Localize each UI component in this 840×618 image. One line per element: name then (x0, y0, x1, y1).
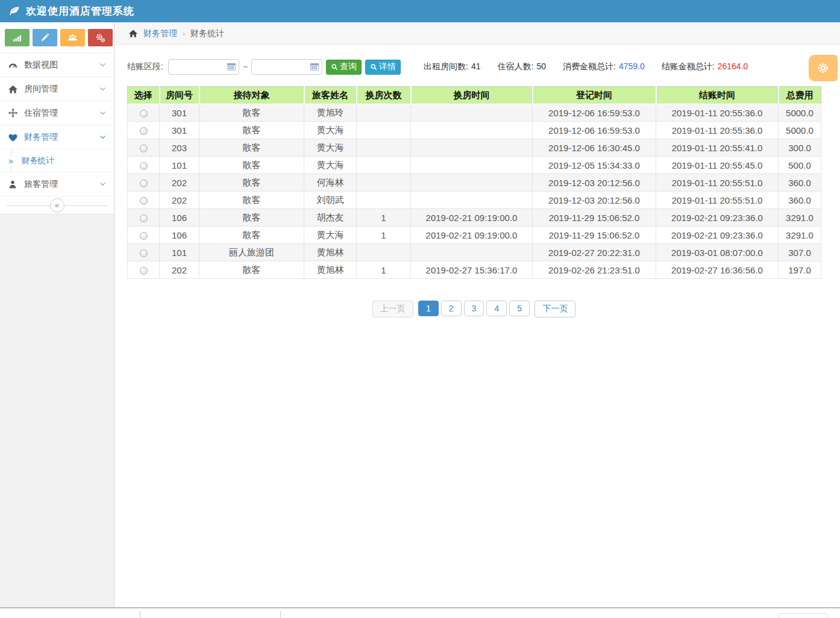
quick-settings-button[interactable] (88, 29, 113, 46)
leaf-icon (8, 5, 20, 17)
gears-icon (95, 33, 105, 43)
magnifier-icon (331, 63, 339, 71)
page-button-5[interactable]: 5 (509, 301, 530, 316)
settings-gear-button[interactable] (809, 55, 838, 81)
sidebar-item-room-management[interactable]: 房间管理 (0, 76, 114, 101)
search-button-label: 查询 (340, 61, 357, 72)
sidebar-item-data-view[interactable]: 数据视图 (0, 52, 114, 76)
quick-users-button[interactable] (60, 29, 85, 46)
sidebar-collapse-toggle[interactable]: « (0, 196, 114, 214)
table-cell: 丽人旅游团 (199, 244, 304, 261)
page-buttons: 12345 (417, 303, 531, 313)
table-cell: 黄大海 (304, 122, 357, 139)
breadcrumb: 财务管理 › 财务统计 (115, 22, 840, 45)
sidebar: 数据视图 房间管理 住宿管理 财务 (0, 22, 114, 607)
table-cell: 5000.0 (779, 104, 821, 122)
users-icon (67, 33, 78, 42)
sidebar-item-label: 财务管理 (24, 132, 99, 143)
table-row: 202散客刘朝武2019-12-03 20:12:56.02019-01-11 … (128, 192, 821, 209)
sidebar-subitem-finance-statistics[interactable]: » 财务统计 (0, 149, 114, 172)
table-cell: 1 (357, 226, 411, 244)
select-cell (128, 174, 160, 192)
table-cell: 307.0 (779, 244, 821, 261)
table-row: 203散客黄大海2019-12-06 16:30:45.02019-01-11 … (128, 139, 821, 157)
table-cell: 202 (160, 261, 199, 279)
sidebar-item-guest-management[interactable]: 旅客管理 (0, 172, 114, 196)
double-arrow-icon: » (8, 156, 13, 166)
page-button-3[interactable]: 3 (464, 301, 484, 316)
row-select-radio[interactable] (140, 197, 148, 205)
top-navbar: 欢迎使用酒店管理系统 (0, 0, 840, 22)
stats-bar: 出租房间数:41 住宿人数:50 消费金额总计:4759.0 结账金额总计:26… (424, 61, 748, 72)
stat-rented-rooms: 出租房间数:41 (424, 61, 480, 72)
table-cell: 2019-01-11 20:55:51.0 (656, 174, 779, 192)
row-select-radio[interactable] (140, 267, 148, 275)
move-icon (7, 108, 18, 118)
page-button-2[interactable]: 2 (441, 301, 462, 316)
table-cell: 刘朝武 (304, 192, 357, 209)
magnifier-icon (370, 63, 378, 71)
sidebar-item-label: 房间管理 (24, 84, 99, 95)
search-button[interactable]: 查询 (326, 60, 362, 75)
table-cell: 2019-01-11 20:55:36.0 (656, 104, 779, 122)
page-button-1[interactable]: 1 (418, 301, 439, 316)
quick-edit-button[interactable] (33, 29, 57, 46)
table-cell: 散客 (199, 157, 304, 174)
footer-strip (0, 607, 840, 618)
table-cell: 3291.0 (779, 226, 821, 244)
footer-divider (140, 611, 140, 618)
detail-button[interactable]: 详情 (365, 60, 401, 75)
column-header: 房间号 (160, 87, 199, 104)
table-cell: 黄大海 (304, 157, 357, 174)
table-cell: 301 (160, 122, 199, 139)
table-head: 选择房间号接待对象旅客姓名换房次数换房时间登记时间结账时间总费用 (128, 87, 821, 104)
table-body: 301散客黄旭玲2019-12-06 16:59:53.02019-01-11 … (128, 104, 821, 279)
pagination: 上一页 12345 下一页 (127, 301, 821, 317)
table-cell (411, 104, 533, 122)
user-icon (7, 179, 18, 189)
table-cell: 散客 (199, 261, 304, 279)
row-select-radio[interactable] (140, 127, 148, 135)
table-cell: 2019-12-05 15:34:33.0 (533, 157, 656, 174)
calendar-icon[interactable] (310, 62, 319, 71)
next-page-button[interactable]: 下一页 (534, 301, 575, 317)
table-cell: 2019-01-11 20:55:36.0 (656, 122, 779, 139)
stat-settlement-total: 结账金额总计:26164.0 (662, 61, 748, 72)
sidebar-item-label: 数据视图 (24, 60, 99, 70)
page-button-4[interactable]: 4 (486, 301, 507, 316)
row-select-radio[interactable] (140, 162, 148, 170)
table-cell: 2019-12-03 20:12:56.0 (533, 174, 656, 192)
column-header: 选择 (128, 87, 160, 104)
row-select-radio[interactable] (140, 179, 148, 187)
prev-page-button[interactable]: 上一页 (372, 301, 413, 317)
table-cell: 2019-01-11 20:55:45.0 (656, 157, 779, 174)
row-select-radio[interactable] (140, 214, 148, 222)
collapse-left-icon[interactable]: « (50, 198, 64, 213)
breadcrumb-link-finance[interactable]: 财务管理 (143, 28, 177, 39)
stat-consumption-total: 消费金额总计:4759.0 (563, 61, 645, 72)
table-cell: 2019-12-06 16:59:53.0 (533, 104, 656, 122)
sidebar-item-lodging-management[interactable]: 住宿管理 (0, 101, 114, 125)
column-header: 接待对象 (199, 87, 304, 104)
detail-button-label: 详情 (379, 61, 396, 72)
table-cell: 黄旭林 (304, 244, 357, 261)
table-cell: 黄旭林 (304, 261, 357, 279)
row-select-radio[interactable] (140, 249, 148, 257)
calendar-icon[interactable] (227, 62, 236, 71)
select-cell (128, 122, 160, 139)
date-to-wrap (251, 59, 322, 75)
table-cell: 黄大海 (304, 139, 357, 157)
row-select-radio[interactable] (140, 110, 148, 117)
table-cell (357, 174, 411, 192)
table-cell (357, 192, 411, 209)
quick-chart-button[interactable] (5, 29, 30, 46)
sidebar-item-label: 旅客管理 (24, 179, 99, 190)
table-row: 301散客黄大海2019-12-06 16:59:53.02019-01-11 … (128, 122, 821, 139)
row-select-radio[interactable] (140, 145, 148, 152)
filter-row: 结账区段: ~ (127, 58, 840, 75)
table-cell: 何海林 (304, 174, 357, 192)
table-cell: 1 (357, 209, 411, 226)
stat-guest-count: 住宿人数:50 (498, 61, 546, 72)
sidebar-item-finance-management[interactable]: 财务管理 (0, 125, 114, 149)
row-select-radio[interactable] (140, 232, 148, 240)
